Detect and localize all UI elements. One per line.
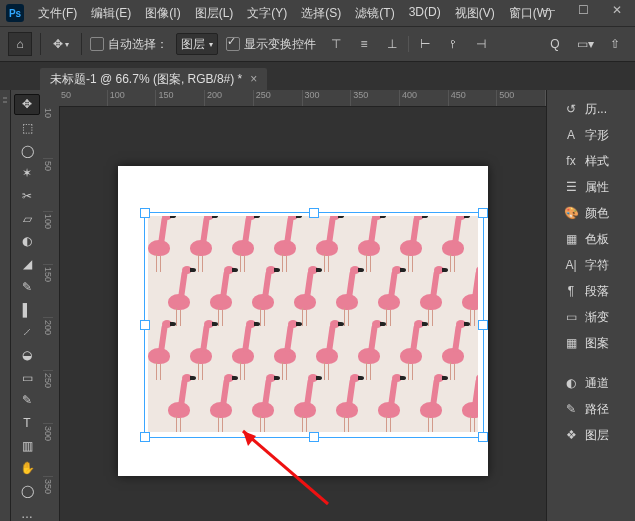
vertical-ruler[interactable]: 1050100150200250300350 bbox=[43, 106, 60, 521]
menu-view[interactable]: 视图(V) bbox=[449, 2, 501, 25]
menu-image[interactable]: 图像(I) bbox=[139, 2, 186, 25]
transform-bounding-box[interactable] bbox=[144, 212, 484, 438]
align-hcenter-icon[interactable]: ⫯ bbox=[441, 32, 465, 56]
panel-label: 字形 bbox=[585, 127, 609, 144]
home-icon[interactable]: ⌂ bbox=[8, 32, 32, 56]
panel-颜色[interactable]: 🎨颜色 bbox=[557, 202, 635, 224]
hand-tool[interactable]: ✋ bbox=[15, 459, 39, 478]
panel-段落[interactable]: ¶段落 bbox=[557, 280, 635, 302]
horizontal-ruler[interactable]: 50100150200250300350400450500 bbox=[59, 90, 546, 107]
panel-字形[interactable]: A字形 bbox=[557, 124, 635, 146]
artboard[interactable] bbox=[118, 166, 488, 476]
zoom-tool[interactable]: ◯ bbox=[15, 482, 39, 501]
left-gutter bbox=[0, 90, 11, 521]
gradient-tool[interactable]: ▭ bbox=[15, 368, 39, 387]
healing-tool[interactable]: ◢ bbox=[15, 255, 39, 274]
close-window-button[interactable]: ✕ bbox=[603, 0, 631, 20]
align-right-icon[interactable]: ⊣ bbox=[469, 32, 493, 56]
menu-file[interactable]: 文件(F) bbox=[32, 2, 83, 25]
document-tab[interactable]: 未标题-1 @ 66.7% (图案, RGB/8#) * × bbox=[40, 68, 267, 90]
menu-3d[interactable]: 3D(D) bbox=[403, 2, 447, 25]
align-left-icon[interactable]: ⊢ bbox=[413, 32, 437, 56]
eyedropper-tool[interactable]: ◐ bbox=[15, 232, 39, 251]
panel-label: 通道 bbox=[585, 375, 609, 392]
panel-icon: fx bbox=[563, 154, 579, 168]
panel-label: 色板 bbox=[585, 231, 609, 248]
panel-label: 图案 bbox=[585, 335, 609, 352]
eraser-tool[interactable]: ◒ bbox=[15, 346, 39, 365]
move-tool-icon[interactable]: ✥ ▾ bbox=[49, 32, 73, 56]
handle-mid-left[interactable] bbox=[140, 320, 150, 330]
panel-label: 历... bbox=[585, 101, 607, 118]
panel-色板[interactable]: ▦色板 bbox=[557, 228, 635, 250]
maximize-button[interactable]: ☐ bbox=[569, 0, 597, 20]
app-logo: Ps bbox=[6, 4, 24, 22]
menu-type[interactable]: 文字(Y) bbox=[241, 2, 293, 25]
align-vcenter-icon[interactable]: ≡ bbox=[352, 32, 376, 56]
handle-bot-left[interactable] bbox=[140, 432, 150, 442]
minimize-button[interactable]: — bbox=[535, 0, 563, 20]
auto-select-dropdown[interactable]: 图层▾ bbox=[176, 33, 218, 55]
panel-label: 段落 bbox=[585, 283, 609, 300]
panel-label: 路径 bbox=[585, 401, 609, 418]
marquee-tool[interactable]: ⬚ bbox=[15, 119, 39, 138]
align-bottom-icon[interactable]: ⊥ bbox=[380, 32, 404, 56]
panel-样式[interactable]: fx样式 bbox=[557, 150, 635, 172]
move-tool[interactable]: ✥ bbox=[14, 94, 40, 115]
search-icon[interactable]: Q bbox=[543, 32, 567, 56]
panel-icon: ▦ bbox=[563, 232, 579, 246]
panel-渐变[interactable]: ▭渐变 bbox=[557, 306, 635, 328]
panel-属性[interactable]: ☰属性 bbox=[557, 176, 635, 198]
panel-icon: ▦ bbox=[563, 336, 579, 350]
lasso-tool[interactable]: ◯ bbox=[15, 141, 39, 160]
handle-top-mid[interactable] bbox=[309, 208, 319, 218]
handle-mid-right[interactable] bbox=[478, 320, 488, 330]
frame-tool[interactable]: ▱ bbox=[15, 209, 39, 228]
panel-label: 字符 bbox=[585, 257, 609, 274]
ruler-origin[interactable] bbox=[43, 90, 60, 107]
panel-icon: ❖ bbox=[563, 428, 579, 442]
workspace-icon[interactable]: ▭▾ bbox=[573, 32, 597, 56]
toolbox: ✥ ⬚ ◯ ✶ ✂ ▱ ◐ ◢ ✎ ▌ ⟋ ◒ ▭ ✎ T ▥ ✋ ◯ … bbox=[11, 90, 43, 521]
menu-layer[interactable]: 图层(L) bbox=[189, 2, 240, 25]
panel-图案[interactable]: ▦图案 bbox=[557, 332, 635, 354]
panel-字符[interactable]: A|字符 bbox=[557, 254, 635, 276]
close-tab-icon[interactable]: × bbox=[250, 72, 257, 86]
panel-label: 属性 bbox=[585, 179, 609, 196]
pen-tool[interactable]: ✎ bbox=[15, 391, 39, 410]
magic-wand-tool[interactable]: ✶ bbox=[15, 164, 39, 183]
panel-icon: A| bbox=[563, 258, 579, 272]
panel-label: 颜色 bbox=[585, 205, 609, 222]
panel-dock: ↺历...A字形fx样式☰属性🎨颜色▦色板A|字符¶段落▭渐变▦图案◐通道✎路径… bbox=[557, 90, 635, 521]
stamp-tool[interactable]: ▌ bbox=[15, 300, 39, 319]
panel-icon: ¶ bbox=[563, 284, 579, 298]
panel-历...[interactable]: ↺历... bbox=[557, 98, 635, 120]
share-icon[interactable]: ⇧ bbox=[603, 32, 627, 56]
path-select-tool[interactable]: ▥ bbox=[15, 436, 39, 455]
canvas-area: 50100150200250300350400450500 1050100150… bbox=[43, 90, 546, 521]
history-brush-tool[interactable]: ⟋ bbox=[15, 323, 39, 342]
handle-top-right[interactable] bbox=[478, 208, 488, 218]
more-tools[interactable]: … bbox=[15, 504, 39, 521]
panel-icon: ✎ bbox=[563, 402, 579, 416]
show-transform-checkbox[interactable]: 显示变换控件 bbox=[226, 36, 316, 53]
menu-filter[interactable]: 滤镜(T) bbox=[349, 2, 400, 25]
menu-select[interactable]: 选择(S) bbox=[295, 2, 347, 25]
panel-icon: 🎨 bbox=[563, 206, 579, 220]
panel-通道[interactable]: ◐通道 bbox=[557, 372, 635, 394]
panel-图层[interactable]: ❖图层 bbox=[557, 424, 635, 446]
align-top-icon[interactable]: ⊤ bbox=[324, 32, 348, 56]
handle-top-left[interactable] bbox=[140, 208, 150, 218]
panel-label: 渐变 bbox=[585, 309, 609, 326]
panel-路径[interactable]: ✎路径 bbox=[557, 398, 635, 420]
crop-tool[interactable]: ✂ bbox=[15, 187, 39, 206]
annotation-arrow bbox=[218, 426, 338, 506]
menu-edit[interactable]: 编辑(E) bbox=[85, 2, 137, 25]
auto-select-checkbox[interactable]: 自动选择： bbox=[90, 36, 168, 53]
svg-line-0 bbox=[243, 431, 328, 504]
panel-label: 图层 bbox=[585, 427, 609, 444]
handle-bot-right[interactable] bbox=[478, 432, 488, 442]
type-tool[interactable]: T bbox=[15, 414, 39, 433]
brush-tool[interactable]: ✎ bbox=[15, 278, 39, 297]
panel-icon: ◐ bbox=[563, 376, 579, 390]
